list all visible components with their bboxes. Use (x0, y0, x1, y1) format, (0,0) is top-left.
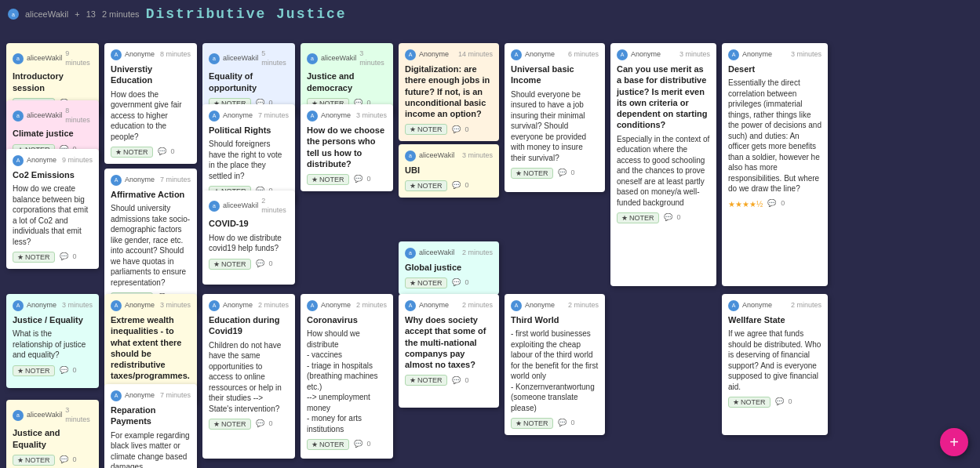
card-footer-23: ★★★★½💬0 (728, 199, 822, 209)
add-card-button[interactable]: + (940, 428, 968, 456)
comment-icon-17[interactable]: 💬 (452, 181, 461, 190)
card-time-2: 9 minutes (62, 156, 93, 165)
header-avatar: a (8, 9, 19, 20)
card-avatar-11: a (209, 201, 220, 212)
card-time-9: 5 minutes (261, 49, 289, 67)
card-footer-18: NOTER💬0 (405, 278, 493, 288)
card-body-11: How do we distribute covid19 help funds? (209, 233, 289, 254)
card-2: AAnonyme9 minutesCo2 EmissionsHow do we … (6, 149, 99, 269)
comment-icon-5[interactable]: 💬 (158, 147, 166, 157)
card-title-14: How do we choose the persons who tell us… (307, 125, 387, 169)
noter-button-16[interactable]: NOTER (405, 124, 447, 135)
comment-icon-21[interactable]: 💬 (558, 419, 567, 428)
card-title-11: COVID-19 (209, 218, 289, 229)
card-header-16: AAnonyme14 minutes (405, 49, 493, 60)
card-author-5: Anonyme (125, 50, 157, 60)
comment-count-18: 0 (465, 278, 469, 288)
comment-icon-18[interactable]: 💬 (452, 278, 461, 288)
card-avatar-4: a (13, 410, 24, 421)
card-21: AAnonyme2 minutesThird World- first worl… (505, 294, 605, 435)
comment-icon-2[interactable]: 💬 (60, 252, 68, 262)
card-time-5: 8 minutes (160, 50, 191, 60)
comment-icon-3[interactable]: 💬 (60, 366, 68, 375)
noter-button-5[interactable]: NOTER (111, 147, 153, 158)
noter-button-22[interactable]: NOTER (617, 212, 659, 223)
comment-icon-20[interactable]: 💬 (558, 169, 567, 178)
card-header-3: AAnonyme3 minutes (13, 300, 93, 311)
card-body-24: If we agree that funds should be distrib… (728, 328, 822, 392)
card-avatar-2: A (13, 155, 24, 166)
card-body-3: What is the relationship of justice and … (13, 328, 93, 361)
noter-button-4[interactable]: NOTER (13, 455, 55, 466)
noter-button-12[interactable]: NOTER (209, 419, 251, 430)
card-author-1: aliceeWakil (27, 111, 62, 121)
card-body-22: Especially in the context of education w… (617, 134, 710, 209)
card-author-24: Anonyme (742, 301, 788, 310)
card-20: AAnonyme6 minutesUniversal basic IncomeS… (505, 43, 605, 192)
comment-icon-14[interactable]: 💬 (354, 175, 362, 184)
card-body-23: Essentially the direct correlation betwe… (728, 78, 822, 194)
noter-button-21[interactable]: NOTER (511, 418, 553, 429)
card-title-18: Global justice (405, 262, 493, 273)
noter-button-14[interactable]: NOTER (307, 174, 349, 185)
comment-icon-22[interactable]: 💬 (664, 213, 672, 223)
card-header-5: AAnonyme8 minutes (111, 49, 191, 60)
card-title-21: Third World (511, 314, 599, 325)
card-time-23: 3 minutes (791, 50, 822, 60)
comment-icon-19[interactable]: 💬 (452, 376, 461, 386)
card-title-15: Coronavirus (307, 314, 387, 325)
card-5: AAnonyme8 minutesUniverstiy EducationHow… (104, 43, 197, 164)
noter-button-3[interactable]: NOTER (13, 365, 55, 376)
card-avatar-15: A (307, 300, 318, 311)
comment-count-16: 0 (465, 125, 469, 135)
card-time-14: 3 minutes (356, 111, 387, 121)
card-title-12: Education during Covid19 (209, 314, 289, 337)
comment-count-22: 0 (677, 213, 681, 223)
comment-count-14: 0 (367, 175, 371, 184)
card-header-0: aaliceeWakil9 minutes (13, 49, 93, 67)
card-header-23: AAnonyme3 minutes (728, 49, 822, 60)
noter-button-17[interactable]: NOTER (405, 180, 447, 191)
card-time-22: 3 minutes (679, 50, 710, 60)
noter-button-18[interactable]: NOTER (405, 278, 447, 288)
card-17: aaliceeWakil3 minutesUBI NOTER💬0 (399, 144, 499, 198)
noter-button-2[interactable]: NOTER (13, 252, 55, 263)
card-footer-2: NOTER💬0 (13, 252, 93, 263)
comment-icon-16[interactable]: 💬 (452, 125, 461, 135)
card-footer-12: NOTER💬0 (209, 419, 289, 430)
comment-icon-24[interactable]: 💬 (775, 397, 784, 407)
comment-icon-15[interactable]: 💬 (354, 440, 362, 449)
card-title-9: Equality of opportunity (209, 71, 289, 93)
card-author-4: aliceeWakil (27, 411, 62, 420)
card-time-12: 2 minutes (258, 301, 289, 310)
card-title-0: Introductory session (13, 71, 93, 93)
card-time-15: 2 minutes (356, 301, 387, 310)
card-avatar-14: A (307, 111, 318, 122)
card-15: AAnonyme2 minutesCoronavirusHow should w… (301, 294, 393, 459)
noter-button-15[interactable]: NOTER (307, 439, 349, 450)
card-header-21: AAnonyme2 minutes (511, 300, 599, 311)
comment-count-23: 0 (781, 199, 785, 209)
noter-button-11[interactable]: NOTER (209, 259, 251, 270)
comment-count-15: 0 (367, 440, 371, 449)
card-avatar-23: A (728, 49, 739, 60)
comment-icon-12[interactable]: 💬 (256, 419, 264, 429)
card-avatar-12: A (209, 300, 220, 311)
card-author-10: Anonyme (223, 111, 255, 121)
card-footer-24: NOTER💬0 (728, 397, 822, 408)
card-avatar-1: a (13, 111, 24, 122)
noter-button-24[interactable]: NOTER (728, 397, 771, 408)
comment-icon-23[interactable]: 💬 (767, 199, 776, 209)
card-title-20: Universal basic Income (511, 63, 599, 86)
card-footer-20: NOTER💬0 (511, 168, 599, 179)
card-author-8: Anonyme (125, 391, 157, 401)
noter-button-19[interactable]: NOTER (405, 375, 447, 386)
card-23: AAnonyme3 minutesDesertEssentially the d… (722, 43, 828, 286)
card-footer-4: NOTER💬0 (13, 455, 93, 466)
noter-button-20[interactable]: NOTER (511, 168, 553, 179)
card-author-16: Anonyme (419, 50, 455, 60)
comment-icon-4[interactable]: 💬 (60, 455, 68, 465)
board: a aliceeWakil + 13 2 minutes Distributiv… (0, 0, 980, 468)
comment-icon-11[interactable]: 💬 (256, 259, 264, 269)
card-title-22: Can you use merit as a base for distribu… (617, 63, 710, 131)
